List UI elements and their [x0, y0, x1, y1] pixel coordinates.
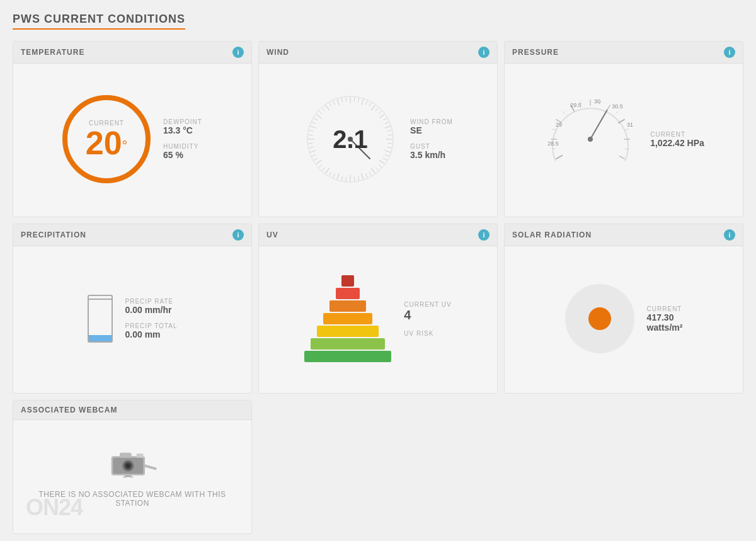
wind-speed: 2.1 — [333, 125, 368, 154]
uv-pyramid-row-6 — [311, 338, 385, 350]
uv-details: CURRENT UV 4 UV RISK — [404, 301, 451, 337]
uv-pyramid-row-7 — [304, 351, 391, 362]
svg-line-23 — [379, 164, 382, 168]
svg-line-68 — [607, 105, 610, 110]
svg-line-17 — [388, 143, 392, 144]
humidity-value: 65 % — [163, 150, 202, 160]
svg-point-87 — [588, 137, 593, 142]
svg-line-40 — [316, 161, 321, 164]
svg-line-22 — [379, 161, 384, 164]
svg-line-7 — [372, 105, 375, 110]
solar-card: SOLAR RADIATION i CURRENT 417.30 watts/m… — [504, 224, 743, 394]
svg-line-36 — [329, 172, 332, 176]
svg-line-99 — [145, 466, 156, 469]
svg-line-33 — [341, 176, 342, 181]
uv-label: UV — [266, 231, 278, 239]
webcam-header: ASSOCIATED WEBCAM — [13, 401, 251, 420]
wind-gust-group: GUST 3.5 km/h — [410, 143, 453, 160]
uv-pyramid-row-1 — [341, 275, 354, 287]
svg-line-78 — [625, 129, 629, 130]
uv-current-group: CURRENT UV 4 — [404, 301, 451, 322]
cylinder-body — [88, 299, 113, 343]
svg-line-34 — [337, 173, 339, 179]
svg-line-59 — [341, 98, 342, 102]
temperature-info-icon[interactable]: i — [232, 47, 244, 58]
precipitation-label: PRECIPITATION — [21, 231, 86, 239]
uv-body: CURRENT UV 4 UV RISK — [259, 246, 497, 391]
svg-line-28 — [362, 173, 364, 179]
solar-body: CURRENT 417.30 watts/m² — [505, 246, 743, 391]
temperature-details: DEWPOINT 13.3 °C HUMIDITY 65 % — [163, 118, 202, 160]
webcam-message: THERE IS NO ASSOCIATED WEBCAM WITH THIS … — [26, 490, 239, 508]
svg-line-2 — [354, 97, 355, 101]
uv-header: UV i — [259, 224, 497, 246]
solar-current-group: CURRENT 417.30 watts/m² — [647, 305, 683, 333]
webcam-card: ASSOCIATED WEBCAM — [13, 400, 252, 534]
humidity-label: HUMIDITY — [163, 143, 202, 150]
svg-line-43 — [310, 151, 316, 152]
svg-line-32 — [346, 177, 346, 181]
pressure-label: PRESSURE — [512, 48, 559, 57]
uv-risk-group: UV RISK — [404, 330, 451, 337]
svg-line-42 — [312, 154, 316, 156]
svg-line-54 — [322, 108, 325, 111]
solar-unit: watts/m² — [647, 322, 683, 333]
solar-header: SOLAR RADIATION i — [505, 224, 743, 246]
svg-line-50 — [312, 122, 316, 124]
svg-line-47 — [308, 135, 312, 135]
solar-details: CURRENT 417.30 watts/m² — [647, 305, 683, 333]
precipitation-body: PRECIP RATE 0.00 mm/hr PRECIP TOTAL 0.00… — [13, 246, 251, 391]
pressure-info-icon[interactable]: i — [724, 47, 735, 58]
solar-current-label: CURRENT — [647, 305, 683, 312]
svg-line-19 — [384, 151, 391, 152]
svg-line-5 — [365, 101, 367, 105]
svg-line-6 — [369, 103, 372, 106]
pressure-current-label: CURRENT — [650, 131, 704, 138]
svg-line-38 — [322, 168, 325, 171]
svg-line-86 — [590, 110, 607, 139]
svg-line-48 — [309, 130, 314, 131]
svg-line-30 — [354, 177, 355, 181]
temperature-body: CURRENT 20° DEWPOINT 13.3 °C HUMIDITY 65… — [13, 64, 251, 215]
precip-rate-group: PRECIP RATE 0.00 mm/hr — [125, 298, 178, 315]
precip-total-group: PRECIP TOTAL 0.00 mm — [125, 322, 178, 339]
uv-info-icon[interactable]: i — [478, 229, 490, 241]
gust-label: GUST — [410, 143, 453, 150]
svg-line-4 — [362, 99, 364, 105]
svg-line-63 — [556, 156, 563, 159]
svg-line-39 — [319, 164, 322, 168]
svg-line-11 — [383, 118, 387, 121]
svg-text:29.5: 29.5 — [570, 102, 581, 108]
svg-line-10 — [379, 115, 384, 118]
pressure-gauge: 28.5 29 29.5 30 30.5 31 — [543, 92, 638, 186]
svg-text:31: 31 — [627, 122, 633, 128]
solar-label: SOLAR RADIATION — [512, 231, 592, 239]
svg-line-41 — [314, 158, 318, 161]
solar-value: 417.30 — [647, 312, 683, 322]
temperature-unit: ° — [122, 137, 128, 153]
svg-line-49 — [310, 126, 316, 128]
solar-info-icon[interactable]: i — [724, 229, 735, 241]
svg-line-60 — [346, 97, 346, 101]
uv-pyramid-row-2 — [336, 288, 360, 299]
pressure-value: 1,022.42 HPa — [650, 138, 704, 148]
webcam-label: ASSOCIATED WEBCAM — [21, 406, 117, 414]
svg-line-58 — [337, 99, 339, 105]
temperature-card: TEMPERATURE i CURRENT 20° DEWPOINT 13.3 … — [13, 41, 252, 217]
uv-value: 4 — [404, 308, 451, 322]
svg-line-71 — [619, 156, 625, 159]
svg-text:30.5: 30.5 — [612, 103, 623, 110]
svg-line-20 — [385, 154, 389, 156]
precipitation-header: PRECIPITATION i — [13, 224, 251, 246]
wind-from-value: SE — [410, 125, 453, 135]
temperature-gauge: CURRENT 20° — [62, 95, 151, 183]
precip-total-value: 0.00 mm — [125, 329, 178, 339]
uv-card: UV i CURRENT UV 4 — [258, 224, 498, 394]
dewpoint-value: 13.3 °C — [163, 125, 202, 135]
svg-line-14 — [387, 130, 392, 131]
precipitation-info-icon[interactable]: i — [232, 229, 244, 241]
wind-info-icon[interactable]: i — [478, 47, 490, 58]
svg-line-3 — [358, 98, 359, 102]
precipitation-card: PRECIPITATION i PRECIP RATE 0.00 mm/hr P… — [13, 224, 252, 394]
svg-line-8 — [375, 108, 379, 111]
